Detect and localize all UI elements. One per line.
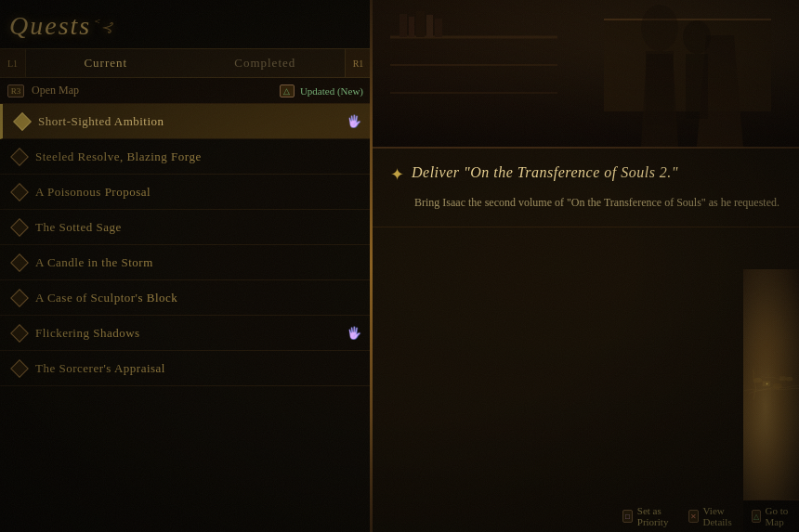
quest-item-3[interactable]: The Sotted Sage: [0, 210, 371, 245]
action-badge-2: △: [752, 510, 761, 523]
action-label-0: Set as Priority: [637, 505, 674, 527]
quest-name-label: The Sotted Sage: [35, 220, 361, 235]
svg-point-10: [683, 20, 711, 54]
action-badge-0: □: [622, 510, 633, 523]
triangle-badge: △: [280, 84, 295, 97]
quest-item-0[interactable]: Short-Sighted Ambition🖐: [0, 104, 371, 139]
action-badge-1: ✕: [688, 510, 699, 523]
quest-name-label: Flickering Shadows: [35, 326, 341, 341]
right-panel: ✦ Deliver "On the Transference of Souls …: [372, 0, 799, 532]
quest-name-label: Steeled Resolve, Blazing Forge: [35, 149, 361, 164]
tab-current[interactable]: Current: [26, 56, 186, 71]
tab-bar: L1 Current Completed R1: [0, 48, 371, 78]
quest-diamond-icon: [10, 148, 29, 166]
map-svg: [743, 269, 799, 500]
svg-rect-11: [686, 54, 708, 119]
svg-rect-3: [400, 14, 407, 37]
bottom-action-2[interactable]: △Go to Map: [752, 505, 790, 527]
quest-item-1[interactable]: Steeled Resolve, Blazing Forge: [0, 139, 371, 175]
quest-item-6[interactable]: Flickering Shadows🖐: [0, 316, 371, 351]
quest-name-label: The Sorcerer's Appraisal: [35, 361, 361, 376]
svg-point-8: [641, 5, 678, 51]
r3-badge: R3: [7, 84, 24, 97]
svg-rect-4: [409, 17, 414, 37]
detail-description: Bring Isaac the second volume of "On the…: [390, 194, 780, 212]
bottom-action-0[interactable]: □Set as Priority: [622, 505, 674, 527]
svg-rect-9: [646, 51, 674, 125]
quest-item-5[interactable]: A Case of Sculptor's Block: [0, 280, 371, 316]
detail-cross-icon: ✦: [390, 164, 404, 185]
quest-item-7[interactable]: The Sorcerer's Appraisal: [0, 351, 371, 386]
quest-marker-icon: 🖐: [347, 114, 361, 129]
quest-item-4[interactable]: A Candle in the Storm: [0, 245, 371, 280]
quest-marker-icon: 🖐: [347, 326, 361, 341]
panel-divider: [370, 0, 373, 532]
quest-diamond-icon: [10, 218, 29, 237]
quest-diamond-icon: [10, 324, 29, 343]
quest-item-2[interactable]: A Poisonous Proposal: [0, 175, 371, 210]
quest-detail: ✦ Deliver "On the Transference of Souls …: [372, 149, 799, 227]
bottom-action-bar: □Set as Priority✕View Details△Go to Map: [743, 500, 799, 532]
action-label-2: Go to Map: [766, 505, 790, 527]
svg-point-12: [753, 378, 762, 383]
quest-diamond-icon: [10, 253, 29, 272]
svg-rect-6: [426, 15, 433, 37]
bottom-action-1[interactable]: ✕View Details: [688, 505, 737, 527]
quest-diamond-icon: [10, 359, 29, 378]
title-decoration: ᷾⊰: [98, 16, 114, 37]
page-title: Quests ᷾⊰: [0, 0, 371, 48]
quest-diamond-icon: [10, 289, 29, 307]
tab-completed[interactable]: Completed: [186, 56, 346, 71]
detail-title: Deliver "On the Transference of Souls 2.…: [412, 163, 678, 183]
scene-image: [372, 0, 799, 149]
updated-label: Updated (New): [300, 85, 363, 97]
open-map-bar: R3 Open Map △ Updated (New): [0, 78, 371, 104]
quest-diamond-icon: [10, 183, 29, 201]
quest-name-label: A Case of Sculptor's Block: [35, 291, 361, 305]
svg-point-13: [772, 383, 781, 390]
quest-list: Short-Sighted Ambition🖐Steeled Resolve, …: [0, 104, 371, 386]
scene-svg: [372, 0, 799, 149]
action-label-1: View Details: [703, 505, 737, 527]
quest-name-label: A Candle in the Storm: [35, 255, 361, 270]
left-panel: Quests ᷾⊰ L1 Current Completed R1 R3 Ope…: [0, 0, 372, 532]
svg-point-18: [766, 383, 767, 384]
svg-point-14: [786, 377, 793, 382]
quest-detail-header: ✦ Deliver "On the Transference of Souls …: [390, 163, 780, 185]
open-map-label: Open Map: [32, 84, 280, 97]
svg-rect-16: [779, 377, 786, 382]
title-text: Quests: [9, 11, 91, 41]
svg-rect-5: [416, 11, 425, 37]
quest-name-label: Short-Sighted Ambition: [38, 114, 341, 129]
quest-diamond-icon: [13, 112, 32, 131]
tab-left-button[interactable]: L1: [0, 49, 26, 77]
svg-rect-7: [435, 19, 442, 37]
quest-name-label: A Poisonous Proposal: [35, 185, 361, 200]
tab-right-button[interactable]: R1: [345, 49, 371, 77]
map-area: [743, 269, 799, 500]
